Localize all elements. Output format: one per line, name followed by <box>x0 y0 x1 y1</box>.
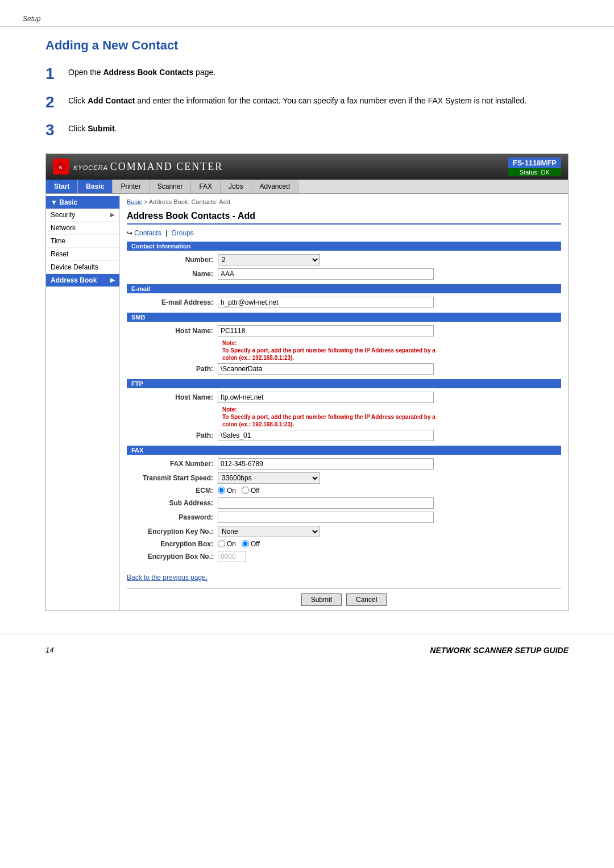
submit-button[interactable]: Submit <box>301 593 342 606</box>
groups-link[interactable]: Groups <box>172 229 194 237</box>
step-3-number: 3 <box>45 121 68 140</box>
password-input[interactable] <box>218 512 434 523</box>
email-input[interactable] <box>218 297 434 308</box>
sidebar-item-address-book-label: Address Book <box>51 276 97 284</box>
step-2-number: 2 <box>45 93 68 112</box>
sidebar-item-device-defaults[interactable]: Device Defaults <box>46 261 119 274</box>
cc-sidebar: ▼ Basic Security ▶ Network Time <box>46 194 120 610</box>
name-input[interactable] <box>218 268 434 280</box>
back-link[interactable]: Back to the previous page. <box>127 574 208 582</box>
encryption-box-off-text: Off <box>251 540 260 548</box>
ecm-off-label[interactable]: Off <box>242 487 260 495</box>
name-label: Name: <box>127 270 218 278</box>
sidebar-item-time[interactable]: Time <box>46 235 119 248</box>
section-fax: FAX <box>127 446 561 455</box>
encryption-box-off-label[interactable]: Off <box>242 540 260 548</box>
fax-number-input[interactable] <box>218 458 434 470</box>
transmit-speed-label: Transmit Start Speed: <box>127 474 218 482</box>
nav-tab-start[interactable]: Start <box>46 180 78 193</box>
step-1-bold: Address Book Contacts <box>103 68 194 77</box>
smb-hostname-input[interactable] <box>218 325 434 337</box>
sub-address-input[interactable] <box>218 497 434 509</box>
ftp-note: Note: To Specify a port, add the port nu… <box>222 406 450 428</box>
ecm-off-radio[interactable] <box>242 487 249 494</box>
nav-tab-jobs[interactable]: Jobs <box>221 180 251 193</box>
encryption-box-no-input[interactable] <box>218 551 246 562</box>
encryption-key-row: Encryption Key No.: None <box>127 526 561 537</box>
encryption-box-row: Encryption Box: On Off <box>127 540 561 548</box>
encryption-box-on-radio[interactable] <box>218 540 225 547</box>
cc-title: COMMAND CENTER <box>110 161 223 173</box>
sidebar-item-reset[interactable]: Reset <box>46 248 119 261</box>
encryption-box-off-radio[interactable] <box>242 540 249 547</box>
smb-hostname-row: Host Name: <box>127 325 561 337</box>
ftp-note-label: Note: <box>222 406 237 413</box>
page-title: Adding a New Contact <box>45 38 569 53</box>
smb-path-row: Path: <box>127 363 561 375</box>
sidebar-item-address-book[interactable]: Address Book ▶ <box>46 274 119 287</box>
ftp-hostname-row: Host Name: <box>127 392 561 403</box>
page-header: Setup <box>0 11 614 27</box>
name-row: Name: <box>127 268 561 280</box>
section-smb: SMB <box>127 313 561 322</box>
guide-title: NETWORK SCANNER SETUP GUIDE <box>430 646 569 655</box>
svg-text:K: K <box>59 165 63 170</box>
ecm-on-label[interactable]: On <box>218 487 236 495</box>
smb-note-text: To Specify a port, add the port number f… <box>222 347 435 361</box>
nav-tab-scanner[interactable]: Scanner <box>150 180 192 193</box>
sidebar-basic-header: ▼ Basic <box>46 196 119 209</box>
ecm-on-radio[interactable] <box>218 487 225 494</box>
encryption-key-select[interactable]: None <box>218 526 320 537</box>
step-1-text: Open the Address Book Contacts page. <box>68 64 215 78</box>
nav-tab-advanced[interactable]: Advanced <box>251 180 298 193</box>
cc-main: Basic > Address Book: Contacts: Add Addr… <box>120 194 568 610</box>
nav-tab-fax[interactable]: FAX <box>191 180 221 193</box>
encryption-box-on-label[interactable]: On <box>218 540 236 548</box>
sidebar-basic-label: ▼ Basic <box>51 198 77 206</box>
back-link-wrapper: Back to the previous page. <box>127 569 561 582</box>
smb-hostname-label: Host Name: <box>127 327 218 335</box>
transmit-speed-select[interactable]: 33600bps <box>218 472 320 484</box>
encryption-box-on-text: On <box>227 540 236 548</box>
smb-path-input[interactable] <box>218 363 434 375</box>
ecm-row: ECM: On Off <box>127 487 561 495</box>
sidebar-item-reset-label: Reset <box>51 250 68 258</box>
ftp-hostname-input[interactable] <box>218 392 434 403</box>
sidebar-item-security[interactable]: Security ▶ <box>46 209 119 222</box>
smb-note: Note: To Specify a port, add the port nu… <box>222 339 450 362</box>
ftp-path-row: Path: <box>127 430 561 441</box>
breadcrumb: Basic > Address Book: Contacts: Add <box>127 198 561 205</box>
sub-nav: ↪ Contacts | Groups <box>127 229 561 237</box>
sub-address-label: Sub Address: <box>127 499 218 507</box>
header-text: Setup <box>23 15 40 23</box>
nav-tab-basic[interactable]: Basic <box>78 180 113 193</box>
sidebar-item-time-label: Time <box>51 237 65 245</box>
step-2-text: Click Add Contact and enter the informat… <box>68 93 526 107</box>
sidebar-item-security-arrow: ▶ <box>110 211 115 218</box>
number-select[interactable]: 2 <box>218 254 320 265</box>
section-contact-info-label: Contact Information <box>131 243 191 250</box>
nav-tab-printer[interactable]: Printer <box>113 180 149 193</box>
sub-address-row: Sub Address: <box>127 497 561 509</box>
page-wrapper: Setup Adding a New Contact 1 Open the Ad… <box>0 0 614 868</box>
page-footer: 14 NETWORK SCANNER SETUP GUIDE <box>0 634 614 661</box>
transmit-speed-row: Transmit Start Speed: 33600bps <box>127 472 561 484</box>
section-contact-info: Contact Information <box>127 242 561 251</box>
number-label: Number: <box>127 256 218 264</box>
sidebar-item-network[interactable]: Network <box>46 222 119 235</box>
breadcrumb-path: > Address Book: Contacts: Add <box>144 198 230 205</box>
kyocera-icon: K <box>53 159 69 175</box>
cc-nav: Start Basic Printer Scanner FAX Jobs Adv… <box>46 180 568 194</box>
number-row: Number: 2 <box>127 254 561 265</box>
footer-buttons: Submit Cancel <box>127 588 561 606</box>
contacts-link[interactable]: Contacts <box>134 229 161 237</box>
cancel-button[interactable]: Cancel <box>346 593 387 606</box>
email-row: E-mail Address: <box>127 297 561 308</box>
ecm-on-text: On <box>227 487 236 495</box>
encryption-box-no-label: Encryption Box No.: <box>127 553 218 560</box>
breadcrumb-basic-link[interactable]: Basic <box>127 198 142 205</box>
step-1-number: 1 <box>45 64 68 84</box>
ftp-path-input[interactable] <box>218 430 434 441</box>
ecm-label: ECM: <box>127 487 218 495</box>
ftp-note-text: To Specify a port, add the port number f… <box>222 414 435 427</box>
